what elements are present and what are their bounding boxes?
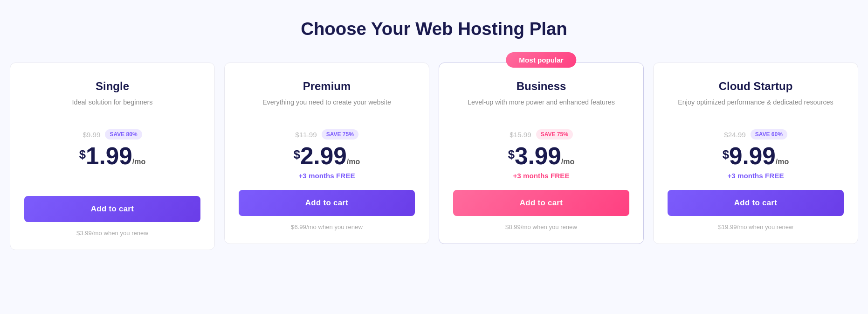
plan-card-business: Business Level-up with more power and en… xyxy=(439,63,644,244)
add-to-cart-button-business[interactable]: Add to cart xyxy=(453,190,629,216)
plan-card-premium: Premium Everything you need to create yo… xyxy=(224,63,429,244)
pricing-row: $15.99 SAVE 75% xyxy=(453,129,629,140)
plan-card-cloud-startup: Cloud Startup Enjoy optimized performanc… xyxy=(653,63,858,244)
plan-desc: Everything you need to create your websi… xyxy=(239,98,415,118)
current-price: $2.99/mo xyxy=(239,144,415,168)
plan-desc: Level-up with more power and enhanced fe… xyxy=(453,98,629,118)
plan-desc: Ideal solution for beginners xyxy=(24,98,200,118)
per-mo: /mo xyxy=(347,158,360,166)
plan-wrapper-single: Single Ideal solution for beginners $9.9… xyxy=(10,63,215,250)
page-title: Choose Your Web Hosting Plan xyxy=(301,19,567,39)
free-months-label: +3 months FREE xyxy=(453,172,629,180)
save-badge: SAVE 60% xyxy=(751,129,787,140)
plan-wrapper-premium: Premium Everything you need to create yo… xyxy=(224,63,429,244)
plan-name: Single xyxy=(24,80,200,93)
plan-wrapper-business: Most popular Business Level-up with more… xyxy=(439,63,644,244)
save-badge: SAVE 80% xyxy=(105,129,142,140)
pricing-row: $24.99 SAVE 60% xyxy=(668,129,844,140)
price-dollar: $ xyxy=(294,149,300,161)
plans-container: Single Ideal solution for beginners $9.9… xyxy=(10,63,858,250)
price-dollar: $ xyxy=(79,149,86,161)
original-price: $11.99 xyxy=(295,131,317,139)
price-dollar: $ xyxy=(508,149,515,161)
plan-name: Cloud Startup xyxy=(668,80,844,93)
renew-price: $19.99/mo when you renew xyxy=(668,223,844,230)
plan-name: Business xyxy=(453,80,629,93)
original-price: $9.99 xyxy=(83,131,100,139)
per-mo: /mo xyxy=(132,158,145,166)
price-dollar: $ xyxy=(723,149,729,161)
original-price: $24.99 xyxy=(724,131,745,139)
save-badge: SAVE 75% xyxy=(536,129,573,140)
add-to-cart-button-cloud-startup[interactable]: Add to cart xyxy=(668,190,844,216)
plan-wrapper-cloud-startup: Cloud Startup Enjoy optimized performanc… xyxy=(653,63,858,244)
per-mo: /mo xyxy=(561,158,574,166)
renew-price: $8.99/mo when you renew xyxy=(453,223,629,230)
save-badge: SAVE 75% xyxy=(322,129,358,140)
add-to-cart-button-premium[interactable]: Add to cart xyxy=(239,190,415,216)
plan-desc: Enjoy optimized performance & dedicated … xyxy=(668,98,844,118)
free-months-label: +3 months FREE xyxy=(239,172,415,180)
current-price: $9.99/mo xyxy=(668,144,844,168)
current-price: $3.99/mo xyxy=(453,144,629,168)
pricing-row: $9.99 SAVE 80% xyxy=(24,129,200,140)
plan-card-single: Single Ideal solution for beginners $9.9… xyxy=(10,63,215,250)
most-popular-badge: Most popular xyxy=(506,52,576,68)
plan-name: Premium xyxy=(239,80,415,93)
current-price: $1.99/mo xyxy=(24,144,200,168)
add-to-cart-button-single[interactable]: Add to cart xyxy=(24,196,200,222)
renew-price: $3.99/mo when you renew xyxy=(24,230,200,237)
per-mo: /mo xyxy=(776,158,789,166)
renew-price: $6.99/mo when you renew xyxy=(239,223,415,230)
pricing-row: $11.99 SAVE 75% xyxy=(239,129,415,140)
original-price: $15.99 xyxy=(510,131,531,139)
free-months-label: +3 months FREE xyxy=(668,172,844,180)
